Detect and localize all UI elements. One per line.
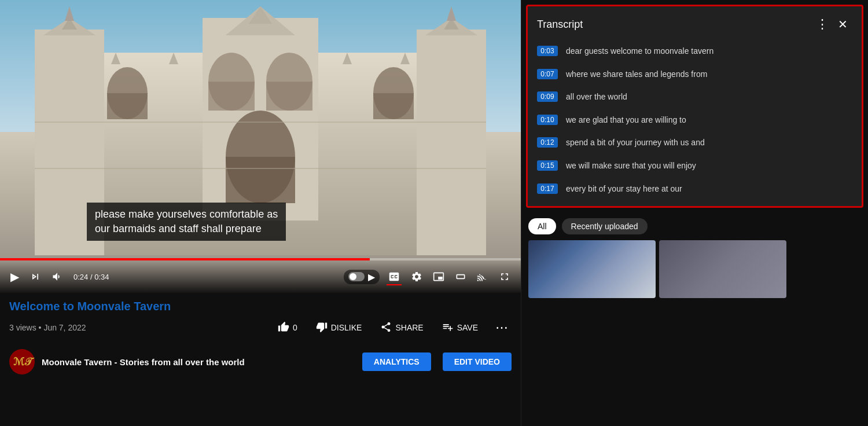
share-icon	[380, 321, 392, 335]
left-panel: please make yourselves comfortable as ou…	[0, 0, 521, 426]
theatre-button[interactable]	[453, 269, 469, 285]
video-player[interactable]: please make yourselves comfortable as ou…	[0, 0, 521, 293]
svg-rect-20	[373, 93, 414, 119]
transcript-text-4: spend a bit of your journey with us and	[566, 137, 705, 149]
cc-active-indicator	[387, 284, 402, 285]
transcript-body[interactable]: 0:03dear guests welcome to moonvale tave…	[528, 40, 862, 206]
video-info: Welcome to Moonvale Tavern 3 views • Jun…	[0, 293, 521, 343]
save-icon	[442, 321, 454, 335]
transcript-time-1: 0:07	[537, 69, 558, 79]
save-label: SAVE	[457, 323, 478, 332]
transcript-time-5: 0:15	[537, 160, 558, 171]
video-title: Welcome to Moonvale Tavern	[9, 300, 512, 313]
transcript-line-1[interactable]: 0:07where we share tales and legends fro…	[534, 63, 856, 86]
transcript-line-4[interactable]: 0:12spend a bit of your journey with us …	[534, 131, 856, 155]
transcript-text-5: we will make sure that you will enjoy	[566, 160, 696, 172]
time-display: 0:24 / 0:34	[73, 273, 109, 281]
transcript-panel: Transcript ⋮ ✕ 0:03dear guests welcome t…	[526, 5, 863, 208]
svg-rect-9	[417, 30, 486, 255]
cc-button[interactable]	[385, 268, 403, 285]
play-button[interactable]: ▶	[8, 267, 21, 286]
transcript-time-2: 0:09	[537, 91, 558, 102]
svg-marker-12	[447, 6, 456, 21]
transcript-more-button[interactable]: ⋮	[811, 14, 833, 34]
analytics-button[interactable]: ANALYTICS	[362, 352, 431, 371]
volume-button[interactable]	[49, 269, 65, 285]
transcript-time-6: 0:17	[537, 183, 558, 194]
thumbnail-1[interactable]	[528, 240, 656, 298]
controls-bar: ▶ 0:24 / 0:34 ▶	[0, 260, 521, 293]
transcript-time-0: 0:03	[537, 46, 558, 56]
thumbnail-image-1	[528, 240, 656, 298]
video-scene: please make yourselves comfortable as ou…	[0, 0, 521, 293]
toggle-knob	[350, 273, 356, 280]
transcript-time-4: 0:12	[537, 137, 558, 148]
channel-name: Moonvale Tavern - Stories from all over …	[42, 357, 355, 367]
channel-row: ℳ𝒯 Moonvale Tavern - Stories from all ov…	[0, 343, 521, 380]
main-layout: please make yourselves comfortable as ou…	[0, 0, 868, 426]
next-button[interactable]	[27, 269, 43, 285]
edit-video-button[interactable]: EDIT VIDEO	[443, 352, 512, 371]
dislike-button[interactable]: DISLIKE	[311, 318, 367, 338]
transcript-line-5[interactable]: 0:15we will make sure that you will enjo…	[534, 155, 856, 178]
filter-all-button[interactable]: All	[528, 218, 556, 234]
transcript-line-3[interactable]: 0:10we are glad that you are willing to	[534, 109, 856, 132]
like-button[interactable]: 0	[273, 318, 302, 338]
filter-row: All Recently uploaded	[521, 212, 868, 240]
dislike-label: DISLIKE	[331, 323, 362, 332]
svg-rect-14	[107, 93, 148, 119]
action-buttons: 0 DISLIKE SHARE	[273, 317, 512, 339]
share-label: SHARE	[395, 323, 423, 332]
toggle-switch[interactable]	[348, 272, 365, 281]
dislike-icon	[316, 321, 328, 335]
video-subtitle: please make yourselves comfortable as ou…	[87, 203, 286, 241]
transcript-close-button[interactable]: ✕	[833, 15, 852, 34]
more-options-button[interactable]: ⋯	[492, 317, 512, 339]
transcript-text-6: every bit of your stay here at our	[566, 183, 682, 195]
cast-button[interactable]	[475, 269, 491, 285]
share-button[interactable]: SHARE	[376, 318, 428, 338]
transcript-text-1: where we share tales and legends from	[566, 69, 707, 80]
transcript-text-2: all over the world	[566, 91, 627, 103]
autoplay-icon: ▶	[368, 271, 375, 282]
transcript-line-6[interactable]: 0:17every bit of your stay here at our	[534, 178, 856, 201]
video-meta-row: 3 views • Jun 7, 2022 0	[9, 317, 512, 339]
save-button[interactable]: SAVE	[437, 318, 483, 338]
svg-rect-16	[208, 82, 255, 111]
like-count: 0	[293, 323, 297, 332]
transcript-title: Transcript	[537, 19, 811, 31]
fullscreen-button[interactable]	[496, 269, 513, 285]
transcript-text-3: we are glad that you are willing to	[566, 115, 686, 126]
settings-button[interactable]	[409, 269, 425, 285]
svg-rect-22	[226, 157, 295, 203]
video-views: 3 views • Jun 7, 2022	[9, 323, 86, 332]
autoplay-toggle[interactable]: ▶	[344, 270, 380, 284]
thumbnail-image-2	[659, 240, 786, 298]
like-icon	[278, 321, 289, 335]
miniplayer-button[interactable]	[431, 269, 447, 285]
right-panel: Transcript ⋮ ✕ 0:03dear guests welcome t…	[521, 0, 868, 426]
thumbnail-2[interactable]	[659, 240, 786, 298]
transcript-line-0[interactable]: 0:03dear guests welcome to moonvale tave…	[534, 40, 856, 63]
channel-avatar: ℳ𝒯	[9, 349, 35, 374]
svg-marker-8	[65, 6, 74, 21]
transcript-line-2[interactable]: 0:09all over the world	[534, 86, 856, 109]
transcript-text-0: dear guests welcome to moonvale tavern	[566, 46, 713, 57]
thumbnail-grid	[521, 240, 868, 426]
transcript-time-3: 0:10	[537, 115, 558, 125]
transcript-header: Transcript ⋮ ✕	[528, 6, 862, 40]
svg-rect-18	[266, 82, 312, 111]
filter-recently-uploaded-button[interactable]: Recently uploaded	[562, 218, 648, 234]
